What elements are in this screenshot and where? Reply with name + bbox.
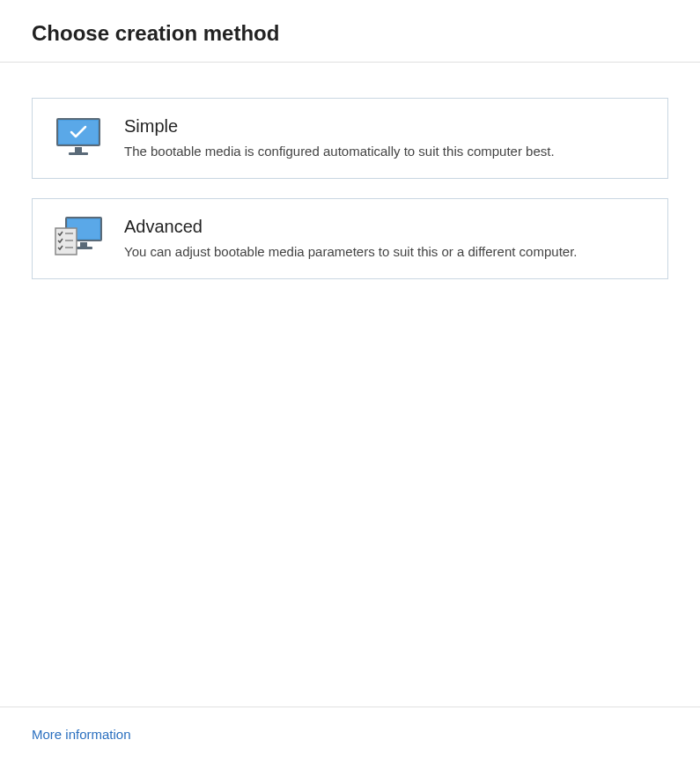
page-header: Choose creation method [0,0,700,63]
monitor-check-icon [54,116,103,159]
option-simple-title: Simple [124,116,646,137]
svg-rect-3 [69,152,88,155]
page-footer: More information [0,707,700,762]
option-advanced-title: Advanced [124,217,646,237]
option-advanced-description: You can adjust bootable media parameters… [124,242,646,261]
svg-rect-6 [80,242,87,247]
option-simple-description: The bootable media is configured automat… [124,142,646,160]
svg-rect-7 [75,247,92,249]
monitor-checklist-icon [54,217,103,259]
page-title: Choose creation method [32,21,668,46]
option-simple-text: Simple The bootable media is configured … [124,116,646,160]
content-area: Simple The bootable media is configured … [0,63,700,707]
option-advanced[interactable]: Advanced You can adjust bootable media p… [32,198,668,279]
svg-rect-1 [59,121,98,144]
svg-rect-2 [75,147,82,152]
option-simple[interactable]: Simple The bootable media is configured … [32,98,668,179]
option-advanced-text: Advanced You can adjust bootable media p… [124,217,646,261]
more-information-link[interactable]: More information [32,727,131,742]
